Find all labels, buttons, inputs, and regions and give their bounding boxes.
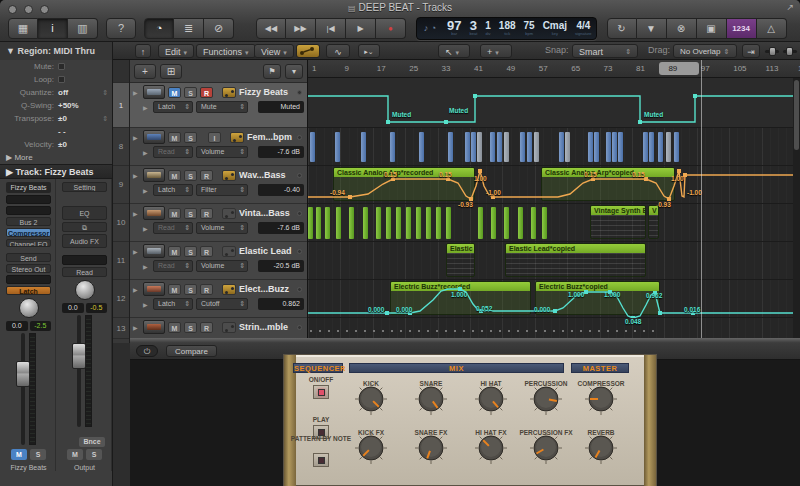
- track-header-row[interactable]: ▶MSIFem...bpm▶Read⇕Volume⇕-7.6 dB: [130, 128, 307, 166]
- track-alternatives-icon[interactable]: ⚑: [263, 64, 281, 79]
- playhead[interactable]: [701, 60, 702, 343]
- track-header-row[interactable]: ▶MSRVinta...Bass▶Read⇕Volume⇕-7.6 dB: [130, 204, 307, 242]
- automation-icon[interactable]: [296, 44, 320, 58]
- track-mute-button[interactable]: M: [168, 170, 181, 181]
- forward-button[interactable]: ▶▶: [286, 18, 316, 39]
- audio-slice[interactable]: [363, 207, 368, 239]
- automation-value[interactable]: 0.862: [258, 298, 304, 310]
- automation-param-select[interactable]: Volume⇕: [196, 146, 248, 158]
- track-on-indicator[interactable]: [297, 135, 302, 140]
- audio-slice[interactable]: [349, 207, 354, 239]
- audio-slice[interactable]: [497, 132, 502, 162]
- track-mute-button[interactable]: M: [168, 132, 181, 143]
- tracks-area[interactable]: 891917253341495765738197105113121 MutedM…: [308, 60, 800, 343]
- automation-mode-select[interactable]: Read⇕: [153, 222, 193, 234]
- mixer-icon[interactable]: ≣: [174, 18, 204, 39]
- track-name[interactable]: Fizzy Beats: [239, 87, 294, 97]
- track-solo-button[interactable]: S: [184, 322, 197, 333]
- volume-fader[interactable]: [77, 315, 81, 427]
- ruler-highlight[interactable]: 89: [659, 62, 699, 75]
- track-number[interactable]: 11: [113, 242, 129, 280]
- audio-slice[interactable]: [477, 132, 482, 162]
- snap-menu[interactable]: Smart⇕: [572, 44, 638, 58]
- track-number[interactable]: 9: [113, 166, 129, 204]
- lcd-segment-bar[interactable]: 97bar: [447, 20, 461, 36]
- audio-slice[interactable]: [612, 132, 617, 162]
- track-on-indicator[interactable]: [297, 287, 302, 292]
- disclosure-icon[interactable]: ▶: [143, 225, 150, 232]
- track-on-indicator[interactable]: [297, 249, 302, 254]
- track-on-indicator[interactable]: [297, 325, 302, 330]
- audio-slice[interactable]: [361, 132, 366, 162]
- automation-node[interactable]: [553, 309, 557, 313]
- solo-button[interactable]: S: [86, 449, 102, 460]
- audio-slice[interactable]: [559, 132, 564, 162]
- automation-state-icon[interactable]: [222, 208, 236, 219]
- disclosure-icon[interactable]: ▶: [133, 172, 140, 179]
- lcd-segment-bpm[interactable]: 75bpm: [524, 20, 535, 36]
- lcd-segment-key[interactable]: Cmajkey: [543, 20, 567, 36]
- audio-slice[interactable]: [376, 207, 381, 239]
- track-record-button[interactable]: R: [200, 87, 213, 98]
- audio-slice[interactable]: [316, 207, 321, 239]
- automation-mode-select[interactable]: Read⇕: [153, 260, 193, 272]
- replace-button[interactable]: ⊗: [667, 18, 697, 39]
- track-solo-button[interactable]: S: [184, 246, 197, 257]
- duplicate-track-button[interactable]: ⊞: [160, 64, 182, 79]
- track-name[interactable]: Wav...Bass: [239, 170, 294, 180]
- audio-slice[interactable]: [325, 207, 330, 239]
- knob-reverb[interactable]: [584, 431, 618, 469]
- rewind-button[interactable]: ◀◀: [256, 18, 286, 39]
- knob-kick-fx[interactable]: [354, 431, 388, 469]
- lcd-display[interactable]: ♪ ◔97bar3beat1div188tick75bpmCmajkey4/4s…: [416, 17, 597, 40]
- track-solo-button[interactable]: S: [184, 208, 197, 219]
- track-number[interactable]: 13: [113, 318, 129, 339]
- automation-mode-select[interactable]: Latch⇕: [153, 101, 193, 113]
- vertical-zoom-slider[interactable]: [765, 50, 779, 53]
- automation-value[interactable]: -7.6 dB: [258, 222, 304, 234]
- automation-node[interactable]: [473, 94, 477, 98]
- count-in-button[interactable]: 1234: [727, 18, 757, 39]
- track-solo-button[interactable]: S: [184, 170, 197, 181]
- automation-state-icon[interactable]: [222, 246, 236, 257]
- output-slot[interactable]: Stereo Out: [6, 264, 51, 273]
- track-solo-button[interactable]: S: [184, 132, 197, 143]
- horizontal-zoom-slider[interactable]: [783, 50, 797, 53]
- automation-mode-select[interactable]: Read⇕: [153, 146, 193, 158]
- audio-slice[interactable]: [426, 207, 431, 239]
- track-lane[interactable]: Elastic LElastic Lead*copied: [308, 242, 800, 280]
- track-on-indicator[interactable]: [297, 173, 302, 178]
- vertical-scrollbar[interactable]: [793, 78, 800, 343]
- input-slot[interactable]: [6, 206, 51, 215]
- audio-slice[interactable]: [658, 132, 663, 162]
- track-lane[interactable]: [308, 318, 800, 339]
- audio-slice[interactable]: [310, 132, 315, 162]
- automation-state-icon[interactable]: [222, 322, 236, 333]
- inspector-icon[interactable]: i: [38, 18, 68, 39]
- stop-button[interactable]: |◀: [316, 18, 346, 39]
- audio-slice[interactable]: [491, 207, 496, 239]
- audio-slice[interactable]: [520, 132, 525, 162]
- track-mute-button[interactable]: M: [168, 322, 181, 333]
- back-icon[interactable]: ↑: [135, 44, 151, 58]
- automation-curve[interactable]: [308, 78, 799, 128]
- automation-state-icon[interactable]: [222, 170, 236, 181]
- track-record-button[interactable]: R: [200, 246, 213, 257]
- plugin-button-on-off[interactable]: [313, 385, 329, 399]
- track-number[interactable]: 1: [113, 83, 129, 128]
- param-value[interactable]: ±0: [58, 138, 67, 151]
- automation-param-select[interactable]: Mute⇕: [196, 101, 248, 113]
- track-header-row[interactable]: ▶MSRWav...Bass▶Latch⇕Filter⇕-0.40: [130, 166, 307, 204]
- automation-node[interactable]: [444, 120, 448, 124]
- audio-slice[interactable]: [308, 207, 313, 239]
- mute-button[interactable]: M: [67, 449, 83, 460]
- audio-slice[interactable]: [666, 132, 671, 162]
- track-name[interactable]: Elastic Lead: [239, 246, 294, 256]
- inspector-more[interactable]: ▶ More: [0, 151, 112, 164]
- track-mute-button[interactable]: M: [168, 208, 181, 219]
- track-name[interactable]: Vinta...Bass: [239, 208, 294, 218]
- region-inspector-header[interactable]: ▼ Region: MIDI Thru: [0, 42, 113, 60]
- midi-fx-slot[interactable]: [6, 195, 51, 204]
- compressor-plugin-slot[interactable]: Compressor: [6, 228, 51, 237]
- audio-slice[interactable]: [446, 207, 451, 239]
